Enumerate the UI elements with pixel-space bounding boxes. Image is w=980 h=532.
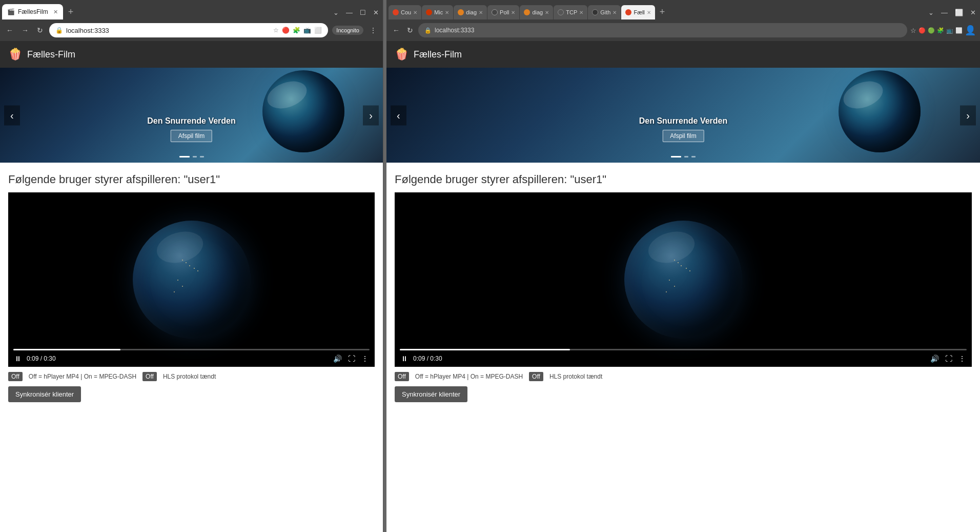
- right-app-logo: 🍿: [395, 48, 409, 61]
- right-tab-icon-cou: [393, 9, 399, 15]
- right-tab-faelles[interactable]: Fæll ✕: [621, 5, 655, 19]
- tab-list-btn-right[interactable]: ⌄: [926, 8, 936, 17]
- back-btn-left[interactable]: ←: [4, 24, 15, 36]
- minimize-btn-right[interactable]: —: [939, 8, 950, 17]
- new-tab-btn-right[interactable]: +: [656, 5, 669, 19]
- tab-icon-right: 📺: [946, 27, 953, 34]
- right-toggle2-label: Off: [529, 372, 543, 381]
- right-video-player[interactable]: ⏸ 0:09 / 0:30 🔊 ⛶ ⋮: [395, 192, 972, 367]
- extension-icon-left: 🔴: [282, 27, 290, 34]
- refresh-btn-right[interactable]: ↻: [405, 24, 415, 36]
- new-tab-button-left[interactable]: +: [64, 5, 78, 19]
- right-tab-close-github[interactable]: ✕: [612, 10, 617, 15]
- left-city-lights: [133, 221, 251, 339]
- right-tab-close-tcp[interactable]: ✕: [579, 10, 583, 15]
- address-input-right[interactable]: 🔒 localhost:3333: [418, 23, 907, 37]
- right-tab-close-faelles[interactable]: ✕: [647, 10, 651, 15]
- right-address-icons: ☆ 🔴 🟢 🧩 📺 ⬜ 👤: [910, 25, 976, 36]
- right-progress-bar[interactable]: [400, 349, 967, 350]
- right-carousel-earth: [839, 70, 921, 152]
- left-toggle-2[interactable]: Off: [142, 372, 157, 381]
- left-progress-fill: [13, 349, 120, 350]
- close-btn-left[interactable]: ✕: [371, 8, 381, 17]
- back-btn-right[interactable]: ←: [391, 24, 402, 36]
- left-address-bar: ← → ↻ 🔒 localhost:3333 ☆ 🔴 🧩 📺 ⬜ Incogni…: [0, 19, 383, 41]
- right-tab-icon-diag1: [458, 9, 464, 15]
- pause-btn-right[interactable]: ⏸: [400, 353, 409, 364]
- right-toggle-2[interactable]: Off: [529, 372, 543, 381]
- r-light-4: [689, 270, 690, 271]
- refresh-btn-left[interactable]: ↻: [35, 24, 45, 36]
- fullscreen-btn-right[interactable]: ⛶: [944, 353, 953, 364]
- bookmark-star-left[interactable]: ☆: [273, 27, 279, 34]
- right-toggle1-desc: Off = hPlayer MP4 | On = MPEG-DASH: [415, 373, 523, 380]
- right-tab-close-diag2[interactable]: ✕: [545, 10, 549, 15]
- restore-btn-right[interactable]: ⬜: [953, 8, 965, 17]
- volume-btn-right[interactable]: 🔊: [929, 353, 940, 364]
- left-tab-bar-controls: ⌄ — ☐ ✕: [331, 8, 381, 19]
- r-light-6: [669, 280, 670, 281]
- left-video-controls: ⏸ 0:09 / 0:30 🔊 ⛶ ⋮: [8, 345, 375, 367]
- carousel-play-btn-right[interactable]: Afspil film: [662, 130, 704, 142]
- r-light-7: [674, 286, 675, 287]
- right-tab-close-cou[interactable]: ✕: [413, 10, 417, 15]
- right-browser-window: Cou ✕ Mic ✕ diag ✕ Poll ✕ diag ✕: [386, 0, 980, 532]
- more-btn-video-left[interactable]: ⋮: [360, 353, 370, 364]
- right-sync-btn[interactable]: Synkronisér klienter: [395, 386, 467, 402]
- left-progress-bar[interactable]: [13, 349, 370, 350]
- right-tab-mic[interactable]: Mic ✕: [422, 5, 453, 19]
- right-city-lights: [624, 221, 742, 339]
- right-tab-diag1[interactable]: diag ✕: [454, 5, 487, 19]
- right-toggle-1[interactable]: Off: [395, 372, 409, 381]
- ext-icon3-right: 🧩: [937, 27, 944, 34]
- volume-btn-left[interactable]: 🔊: [332, 353, 343, 364]
- left-carousel-dots: [179, 156, 204, 157]
- incognito-btn-left[interactable]: Incognito: [332, 26, 363, 35]
- tab-list-btn-left[interactable]: ⌄: [331, 8, 341, 17]
- right-tab-icon-poll: [492, 9, 498, 15]
- right-tab-diag2[interactable]: diag ✕: [520, 5, 553, 19]
- carousel-next-btn-right[interactable]: ›: [960, 105, 976, 125]
- light-7: [182, 286, 183, 287]
- right-tab-icon-diag2: [524, 9, 530, 15]
- carousel-prev-btn-right[interactable]: ‹: [391, 105, 406, 125]
- minimize-btn-left[interactable]: —: [344, 8, 355, 17]
- right-tab-close-mic[interactable]: ✕: [445, 10, 449, 15]
- carousel-prev-btn-left[interactable]: ‹: [4, 105, 20, 125]
- right-time-display: 0:09 / 0:30: [413, 355, 442, 362]
- r-light-8: [666, 291, 667, 292]
- window-icon-left: ⬜: [314, 27, 322, 34]
- right-tab-close-diag1[interactable]: ✕: [479, 10, 483, 15]
- address-input-left[interactable]: 🔒 localhost:3333 ☆ 🔴 🧩 📺 ⬜: [49, 23, 328, 37]
- left-carousel-earth: [262, 70, 344, 152]
- r-light-2: [686, 268, 687, 269]
- avatar-right[interactable]: 👤: [965, 25, 976, 36]
- fullscreen-btn-left[interactable]: ⛶: [347, 353, 356, 364]
- close-btn-right[interactable]: ✕: [968, 8, 978, 17]
- right-tab-label-mic: Mic: [434, 9, 443, 15]
- left-toggle-1[interactable]: Off: [8, 372, 23, 381]
- carousel-play-btn-left[interactable]: Afspil film: [171, 130, 212, 142]
- left-tab-close[interactable]: ✕: [53, 9, 58, 15]
- right-tab-cou[interactable]: Cou ✕: [389, 5, 421, 19]
- pause-btn-left[interactable]: ⏸: [13, 353, 23, 364]
- puzzle-icon-left: 🧩: [293, 27, 300, 34]
- left-sync-btn[interactable]: Synkronisér klienter: [8, 386, 81, 402]
- left-video-player[interactable]: ⏸ 0:09 / 0:30 🔊 ⛶ ⋮: [8, 192, 375, 367]
- left-video-earth-globe: [133, 221, 251, 339]
- right-tab-github[interactable]: Gith ✕: [588, 5, 621, 19]
- right-tab-tcp[interactable]: TCP ✕: [554, 5, 587, 19]
- bookmark-icon-right[interactable]: ☆: [910, 27, 916, 34]
- left-carousel-title: Den Snurrende Verden: [147, 116, 236, 126]
- more-btn-video-right[interactable]: ⋮: [957, 353, 967, 364]
- lock-icon-right: 🔒: [424, 27, 432, 34]
- right-tab-close-poll[interactable]: ✕: [511, 10, 515, 15]
- carousel-next-btn-left[interactable]: ›: [363, 105, 379, 125]
- left-tab-label: FællesFilm: [18, 8, 48, 15]
- more-btn-left[interactable]: ⋮: [368, 24, 379, 36]
- forward-btn-left[interactable]: →: [19, 24, 31, 36]
- restore-btn-left[interactable]: ☐: [358, 8, 368, 17]
- left-active-tab[interactable]: 🎬 FællesFilm ✕: [2, 4, 63, 19]
- right-tab-poll[interactable]: Poll ✕: [487, 5, 519, 19]
- left-carousel-caption: Den Snurrende Verden Afspil film: [147, 116, 236, 142]
